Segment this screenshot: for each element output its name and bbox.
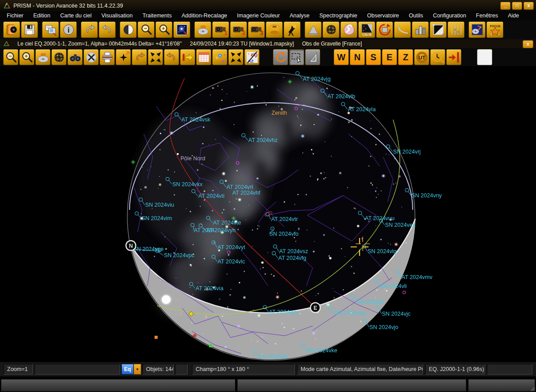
star <box>256 103 256 103</box>
crop-button[interactable] <box>430 21 447 38</box>
sky-map[interactable]: AT 2024vjgAT 2024vlbAT 2024vlaAT 2024vsk… <box>4 66 532 362</box>
resize-grip[interactable] <box>530 386 535 391</box>
menu-analyse[interactable]: Analyse <box>285 12 314 20</box>
maximize-button[interactable]: □ <box>512 2 522 10</box>
binoculars-button[interactable] <box>67 49 83 65</box>
disc-processing-button[interactable] <box>194 21 211 38</box>
star <box>164 285 165 286</box>
menu-traitements[interactable]: Traitements <box>138 12 177 20</box>
rotate-image-button[interactable] <box>376 21 393 38</box>
menu-aide[interactable]: Aide <box>503 12 524 20</box>
field-circle-button[interactable] <box>84 49 99 65</box>
map-globe-button[interactable] <box>51 49 67 65</box>
reduce-field-button[interactable] <box>148 49 163 65</box>
star <box>219 299 220 300</box>
coord-system-button[interactable]: Eq <box>121 364 134 375</box>
menu-addition-recalage[interactable]: Addition-Recalage <box>176 12 232 20</box>
step-forward-button[interactable] <box>180 49 195 65</box>
compass-west-button[interactable]: W <box>334 49 349 65</box>
redo-button[interactable] <box>99 21 116 38</box>
cardinal-north-marker[interactable]: N <box>126 241 136 250</box>
center-object-button[interactable] <box>116 49 131 65</box>
rotate-view-button[interactable] <box>273 49 288 65</box>
print-map-button[interactable] <box>100 49 115 65</box>
images-button[interactable] <box>42 21 59 38</box>
compass-zenith-button[interactable]: Z <box>398 49 413 65</box>
menu-visualisation[interactable]: Visualisation <box>96 12 138 20</box>
map-disc-button[interactable] <box>35 49 50 65</box>
telescope-button[interactable] <box>284 21 301 38</box>
zoom-in-button[interactable]: + <box>155 21 172 38</box>
compass-east-button[interactable]: E <box>382 49 397 65</box>
clock-realtime-button[interactable] <box>430 49 445 65</box>
bright-star <box>171 132 173 134</box>
sky-object[interactable]: AT 2024vhf <box>232 190 260 196</box>
star <box>297 116 298 117</box>
eq-az-toggle-button[interactable]: EQAZ <box>244 49 260 65</box>
psf-gaussian-button[interactable] <box>305 21 322 38</box>
exit-map-button[interactable] <box>446 49 461 65</box>
observatory-dome-button[interactable] <box>469 21 486 38</box>
solar-system-button[interactable] <box>212 49 227 65</box>
star <box>311 149 312 150</box>
zoom-out-button[interactable]: − <box>138 21 155 38</box>
undo-button[interactable] <box>81 21 98 38</box>
star <box>315 295 316 296</box>
map-close-button[interactable]: x <box>523 40 533 48</box>
contrast-button[interactable] <box>120 21 137 38</box>
response-curve-button[interactable] <box>394 21 411 38</box>
camera-1-button[interactable]: 1 <box>212 21 229 38</box>
ephemeris-table-button[interactable] <box>196 49 211 65</box>
rotate-left-button[interactable] <box>132 49 147 65</box>
calibration-wrench-button[interactable] <box>340 21 357 38</box>
calibration-images-button[interactable]: CALIB <box>358 21 375 38</box>
save-button[interactable] <box>21 21 38 38</box>
menu-spectrographie[interactable]: Spectrographie <box>314 12 362 20</box>
map-window-titlebar[interactable]: Le ciel EQ.2000-1-1, Zoom=1, Alpha= 00h4… <box>0 39 536 48</box>
arrowY-icon <box>181 51 194 64</box>
star <box>338 339 339 339</box>
reduce-field-2-button[interactable] <box>228 49 243 65</box>
minimize-button[interactable]: _ <box>500 2 511 10</box>
star <box>393 183 394 184</box>
contrast-icon <box>122 23 135 36</box>
compass-north-button[interactable]: N <box>350 49 365 65</box>
camera-3-button[interactable]: 3 <box>248 21 265 38</box>
menu-outils[interactable]: Outils <box>404 12 428 20</box>
open-image-button[interactable] <box>3 21 20 38</box>
rotate-right-button[interactable] <box>164 49 179 65</box>
camera-2-button[interactable]: 2 <box>230 21 247 38</box>
alignment-comb-button[interactable] <box>448 21 465 38</box>
map-zoom-in-button[interactable]: + <box>19 49 34 65</box>
svg-text:2: 2 <box>242 30 245 36</box>
ut-time-button[interactable]: UT <box>414 49 429 65</box>
star <box>376 225 377 226</box>
menu-edition[interactable]: Edition <box>29 12 55 20</box>
star <box>174 194 175 196</box>
sky-globe-button[interactable] <box>322 21 339 38</box>
star <box>257 228 258 229</box>
select-region-button[interactable] <box>289 49 304 65</box>
menu-imagerie-couleur[interactable]: Imagerie Couleur <box>232 12 285 20</box>
menu-observatoire[interactable]: Observatoire <box>362 12 404 20</box>
sky-map-canvas[interactable]: AT 2024vjgAT 2024vlbAT 2024vlaAT 2024vsk… <box>4 66 532 362</box>
measure-tool-button[interactable] <box>305 49 320 65</box>
compass-south-button[interactable]: S <box>366 49 381 65</box>
menu-configuration[interactable]: Configuration <box>428 12 471 20</box>
ut-icon: UT <box>415 51 428 64</box>
focus-button[interactable]: FOCUS <box>486 21 503 38</box>
menu-carte-du-ciel[interactable]: Carte du ciel <box>55 12 96 20</box>
cardinal-east-marker[interactable]: E <box>310 303 320 313</box>
menu-fen-tres[interactable]: Fenêtres <box>471 12 503 20</box>
map-white-panel[interactable] <box>477 49 492 65</box>
close-button[interactable]: x <box>523 2 534 10</box>
star <box>302 152 303 153</box>
coord-dropdown-arrow-icon[interactable]: ▼ <box>134 364 141 375</box>
camera-acquisition-button[interactable] <box>266 21 283 38</box>
menu-fichier[interactable]: Fichier <box>2 12 29 20</box>
map-zoom-out-button[interactable]: − <box>3 49 18 65</box>
histogram-3d-button[interactable] <box>412 21 429 38</box>
display-window-button[interactable] <box>173 21 190 38</box>
info-button[interactable]: i <box>60 21 77 38</box>
star <box>372 184 373 185</box>
